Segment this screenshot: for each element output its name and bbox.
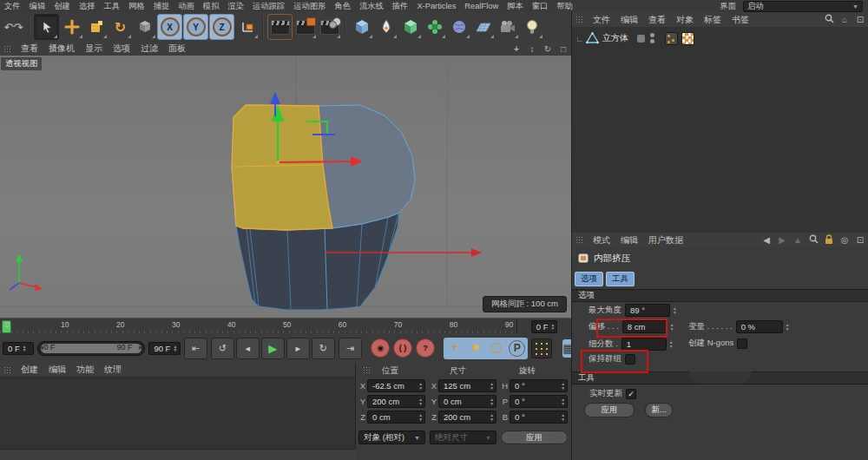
search-icon[interactable] bbox=[807, 234, 819, 246]
object-manager-menu-item[interactable]: 查看 bbox=[643, 14, 671, 26]
up-icon[interactable]: ▲ bbox=[792, 235, 804, 245]
stepper-icon[interactable]: ▴▾ bbox=[490, 382, 493, 390]
z-axis-lock-button[interactable]: Z bbox=[209, 14, 234, 40]
coordinate-field[interactable]: 0 °▴▾ bbox=[510, 379, 568, 392]
key-parameter-toggle[interactable]: P bbox=[509, 340, 525, 357]
viewport-menu-item[interactable]: 查看 bbox=[16, 43, 43, 55]
material-menu-item[interactable]: 编辑 bbox=[43, 364, 71, 376]
range-left-handle[interactable]: ◂ bbox=[39, 343, 43, 352]
panel-grip-icon[interactable] bbox=[575, 236, 583, 244]
coordinate-field[interactable]: -62.5 cm▴▾ bbox=[367, 379, 425, 392]
menubar-item[interactable]: 模拟 bbox=[199, 1, 224, 12]
menubar-item[interactable]: 选择 bbox=[75, 1, 100, 12]
section-handle[interactable] bbox=[689, 371, 752, 384]
panel-grip-icon[interactable] bbox=[363, 366, 371, 374]
frame-end-field[interactable]: 90 F ▴▾ bbox=[148, 342, 180, 355]
key-scale-toggle[interactable]: ■ bbox=[465, 338, 485, 357]
add-spline-pen-button[interactable] bbox=[374, 15, 398, 39]
add-generator-button[interactable] bbox=[423, 15, 446, 39]
play-backwards-button[interactable]: ↺ bbox=[211, 338, 234, 359]
attribute-menu-item[interactable]: 编辑 bbox=[615, 234, 643, 246]
search-icon[interactable] bbox=[823, 14, 835, 25]
options-section-header[interactable]: 选项 bbox=[572, 289, 868, 302]
panel-grip-icon[interactable] bbox=[3, 45, 11, 53]
record-active-objects-button[interactable]: ◉ bbox=[371, 338, 390, 358]
menubar-item[interactable]: 动画 bbox=[174, 1, 199, 12]
stepper-icon[interactable]: ▴▾ bbox=[562, 398, 564, 405]
object-manager-menu-item[interactable]: 文件 bbox=[588, 14, 615, 26]
menubar-item[interactable]: 文件 bbox=[0, 1, 25, 12]
menubar-item[interactable]: 编辑 bbox=[25, 1, 50, 12]
coordinates-apply-button[interactable]: 应用 bbox=[501, 430, 568, 444]
stepper-icon[interactable]: ▴▾ bbox=[419, 382, 422, 390]
target-icon[interactable]: ◎ bbox=[838, 235, 851, 245]
key-point-level-toggle[interactable] bbox=[531, 338, 552, 358]
viewport-menu-item[interactable]: 过滤 bbox=[135, 43, 163, 55]
menubar-item[interactable]: 流水线 bbox=[355, 1, 388, 12]
y-axis-lock-button[interactable]: Y bbox=[183, 14, 208, 40]
coordinate-system-button[interactable] bbox=[235, 15, 259, 39]
timeline-ruler[interactable]: 0102030405060708090 bbox=[0, 319, 516, 334]
autokeying-button[interactable]: ( ) bbox=[393, 338, 412, 358]
current-frame-field[interactable]: 0 F ▴▾ bbox=[531, 320, 558, 333]
go-to-end-button[interactable]: ⇥ bbox=[339, 338, 362, 359]
menubar-item[interactable]: 创建 bbox=[49, 1, 75, 12]
stepper-icon[interactable]: ▴▾ bbox=[670, 340, 673, 348]
play-button[interactable]: ▶ bbox=[261, 338, 285, 359]
menubar-item[interactable]: X-Particles bbox=[412, 2, 460, 10]
material-menu-item[interactable]: 功能 bbox=[71, 364, 99, 376]
history-back-icon[interactable]: ◀ bbox=[760, 235, 773, 245]
material-menu-item[interactable]: 纹理 bbox=[99, 364, 127, 376]
menubar-item[interactable]: 渲染 bbox=[223, 1, 248, 12]
material-menu-item[interactable]: 创建 bbox=[16, 364, 43, 376]
selection-tag-icon[interactable] bbox=[665, 32, 678, 45]
stepper-icon[interactable]: ▴▾ bbox=[23, 345, 26, 352]
stepper-icon[interactable]: ▴▾ bbox=[490, 413, 493, 421]
coordinate-field[interactable]: 125 cm▴▾ bbox=[438, 379, 496, 392]
menubar-item[interactable]: 角色 bbox=[330, 1, 355, 12]
variance-field[interactable]: 0 % bbox=[736, 320, 783, 333]
tab-options[interactable]: 选项 bbox=[575, 272, 603, 286]
frame-range-slider[interactable]: 0 F 90 F ◂ ▸ bbox=[37, 341, 145, 356]
menubar-item[interactable]: 帮助 bbox=[552, 1, 577, 12]
viewport-menu-item[interactable]: 面板 bbox=[163, 43, 191, 55]
stepper-icon[interactable]: ▴▾ bbox=[174, 345, 176, 352]
layout-preset-dropdown[interactable]: 启动 ▼ bbox=[743, 1, 863, 12]
coordinate-field[interactable]: 0 cm▴▾ bbox=[367, 411, 425, 424]
viewport-menu-item[interactable]: 摄像机 bbox=[43, 43, 80, 55]
go-to-start-button[interactable]: ⇤ bbox=[184, 338, 207, 359]
subdivision-field[interactable]: 1 bbox=[621, 338, 667, 351]
menubar-item[interactable]: 工具 bbox=[99, 1, 124, 12]
max-angle-field[interactable]: 89 ° bbox=[625, 304, 670, 317]
object-manager-menu-item[interactable]: 编辑 bbox=[615, 14, 643, 26]
menubar-item[interactable]: 插件 bbox=[388, 1, 413, 12]
render-picture-viewer-button[interactable] bbox=[293, 15, 317, 39]
render-settings-button[interactable] bbox=[318, 15, 341, 39]
add-deformer-button[interactable] bbox=[447, 15, 470, 39]
stepper-icon[interactable]: ▴▾ bbox=[551, 323, 554, 331]
menubar-item[interactable]: 捕捉 bbox=[149, 1, 174, 12]
coordinate-field[interactable]: 200 cm▴▾ bbox=[438, 411, 496, 424]
stepper-icon[interactable]: ▴▾ bbox=[562, 382, 564, 390]
attribute-menu-item[interactable]: 模式 bbox=[588, 234, 615, 246]
key-position-toggle[interactable]: + bbox=[444, 338, 464, 357]
next-frame-button[interactable]: ▸ bbox=[286, 338, 310, 359]
live-selection-tool-button[interactable] bbox=[34, 14, 59, 40]
timeline[interactable]: 0102030405060708090 0 F ▴▾ bbox=[0, 318, 571, 335]
previous-frame-button[interactable]: ◂ bbox=[236, 338, 260, 359]
object-manager-menu-item[interactable]: 书签 bbox=[727, 14, 754, 26]
scale-tool-button[interactable] bbox=[84, 15, 108, 39]
viewport-menu-item[interactable]: 显示 bbox=[80, 43, 108, 55]
panel-icon[interactable]: ⊡ bbox=[854, 15, 866, 24]
apply-button[interactable]: 应用 bbox=[584, 403, 635, 417]
stepper-icon[interactable]: ▴▾ bbox=[786, 323, 789, 331]
render-view-button[interactable] bbox=[267, 14, 293, 40]
coordinate-field[interactable]: 0 cm▴▾ bbox=[438, 395, 496, 408]
object-name[interactable]: 立方体 bbox=[602, 32, 628, 44]
visibility-toggles[interactable] bbox=[650, 33, 654, 43]
undo-redo-icon[interactable]: ↶↷ bbox=[2, 15, 25, 39]
new-transform-button[interactable]: 新... bbox=[645, 403, 673, 417]
attribute-menu-item[interactable]: 用户数据 bbox=[643, 234, 688, 246]
lock-icon[interactable] bbox=[823, 234, 835, 246]
object-row[interactable]: ∟ 立方体 bbox=[572, 31, 868, 45]
